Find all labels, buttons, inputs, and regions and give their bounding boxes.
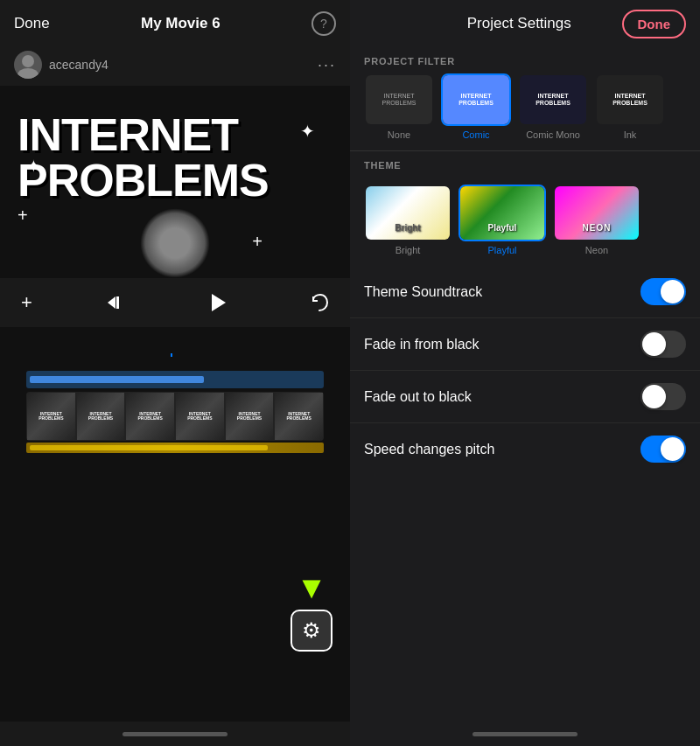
theme-neon-label: Neon (585, 245, 608, 255)
done-button-right[interactable]: Done (622, 10, 687, 38)
video-text: INTERNET PROBLEMS (18, 112, 269, 203)
svg-marker-2 (108, 296, 116, 309)
filter-none[interactable]: INTERNETPROBLEMS None (364, 73, 434, 140)
left-header: Done My Movie 6 ? (0, 0, 350, 47)
theme-playful-label: Playful (487, 245, 516, 255)
settings-gear-button[interactable]: ⚙ (290, 610, 332, 652)
left-panel: Done My Movie 6 ? acecandy4 ··· INTERNET… (0, 0, 350, 746)
filter-ink-label: Ink (624, 129, 637, 140)
setting-speed-pitch: Speed changes pitch (350, 423, 700, 475)
play-button[interactable] (198, 283, 236, 322)
settings-arrow-area: ▼ ⚙ (290, 569, 332, 652)
setting-fade-in-label: Fade in from black (364, 337, 480, 352)
filter-comic-label: Comic (462, 129, 489, 140)
done-button-left[interactable]: Done (14, 15, 50, 32)
filter-ink-bg: INTERNETPROBLEMS (597, 75, 663, 124)
film-frame: INTERNETPROBLEMS (76, 392, 126, 441)
svg-point-1 (18, 68, 38, 79)
left-sub-header: acecandy4 ··· (0, 47, 350, 86)
star-icon-1: ✦ (300, 121, 315, 142)
movie-title: My Movie 6 (141, 15, 220, 32)
filter-mono-label: Comic Mono (526, 129, 580, 140)
help-button[interactable]: ? (312, 11, 336, 36)
undo-button[interactable] (310, 293, 329, 312)
filter-section-label: PROJECT FILTER (350, 47, 700, 73)
filter-comic[interactable]: INTERNETPROBLEMS Comic (441, 73, 511, 140)
star-icon-3: + (18, 206, 28, 226)
timeline-cursor (171, 353, 172, 357)
toggle-knob (642, 385, 666, 408)
timeline-area: INTERNETPROBLEMS INTERNETPROBLEMS INTERN… (0, 327, 350, 722)
setting-fade-in: Fade in from black (350, 318, 700, 371)
avatar (14, 51, 42, 79)
theme-neon-thumb: NEON (553, 185, 640, 241)
home-indicator-left (0, 722, 350, 746)
person-silhouette (140, 208, 210, 278)
setting-theme-soundtrack: Theme Soundtrack (350, 266, 700, 318)
right-header: Project Settings Done (350, 0, 700, 47)
theme-neon[interactable]: NEON Neon (553, 185, 640, 255)
arrow-down-icon: ▼ (296, 569, 327, 606)
home-bar-right (472, 732, 578, 736)
rewind-button[interactable] (106, 293, 125, 312)
audio-track (26, 371, 324, 388)
right-panel-title: Project Settings (416, 15, 622, 32)
theme-playful-bg: Playful (460, 186, 544, 240)
filter-mono-bg: INTERNETPROBLEMS (520, 75, 586, 124)
filter-comic-mono[interactable]: INTERNETPROBLEMS Comic Mono (518, 73, 588, 140)
theme-scroll: Bright Bright Playful Playful NEON Neon (350, 178, 700, 259)
filter-ink[interactable]: INTERNETPROBLEMS Ink (595, 73, 665, 140)
home-indicator-right (350, 722, 700, 746)
star-icon-2: ✦ (26, 156, 41, 177)
filter-mono-thumb: INTERNETPROBLEMS (518, 73, 588, 126)
video-preview: INTERNET PROBLEMS ✦ ✦ + + (0, 86, 350, 278)
toggle-knob (661, 280, 684, 303)
timeline-tracks: INTERNETPROBLEMS INTERNETPROBLEMS INTERN… (0, 345, 350, 722)
music-track (26, 443, 324, 453)
settings-list: Theme Soundtrack Fade in from black Fade… (350, 259, 700, 722)
filter-none-label: None (388, 129, 410, 140)
user-row: acecandy4 (14, 51, 108, 79)
filter-comic-thumb: INTERNETPROBLEMS (441, 73, 511, 126)
film-frame: INTERNETPROBLEMS (175, 392, 225, 441)
setting-theme-soundtrack-label: Theme Soundtrack (364, 284, 482, 300)
svg-marker-4 (212, 294, 226, 311)
transport-bar: + (0, 278, 350, 327)
toggle-knob (642, 332, 666, 356)
theme-bright[interactable]: Bright Bright (364, 185, 452, 255)
svg-rect-3 (116, 296, 119, 309)
filter-none-bg: INTERNETPROBLEMS (366, 75, 432, 124)
theme-soundtrack-toggle[interactable] (640, 278, 686, 305)
filter-scroll: INTERNETPROBLEMS None INTERNETPROBLEMS C… (350, 73, 700, 150)
filter-ink-thumb: INTERNETPROBLEMS (595, 73, 665, 126)
toggle-knob (661, 437, 684, 461)
theme-playful-thumb: Playful (458, 185, 546, 241)
fade-in-toggle[interactable] (640, 331, 686, 358)
star-icon-4: + (252, 232, 262, 252)
more-button[interactable]: ··· (318, 56, 336, 74)
fade-out-toggle[interactable] (640, 383, 686, 410)
svg-point-0 (22, 55, 34, 67)
theme-bright-label: Bright (396, 245, 421, 255)
film-frame: INTERNETPROBLEMS (225, 392, 275, 441)
filter-comic-bg: INTERNETPROBLEMS (443, 75, 509, 124)
theme-playful[interactable]: Playful Playful (458, 185, 546, 255)
theme-bright-thumb: Bright (364, 185, 452, 241)
setting-fade-out-label: Fade out to black (364, 389, 472, 405)
speed-pitch-toggle[interactable] (640, 436, 686, 463)
home-bar (122, 732, 228, 736)
film-frame: INTERNETPROBLEMS (26, 392, 76, 441)
film-strip: INTERNETPROBLEMS INTERNETPROBLEMS INTERN… (26, 392, 324, 441)
right-panel: Project Settings Done PROJECT FILTER INT… (350, 0, 700, 746)
username: acecandy4 (49, 58, 108, 72)
setting-fade-out: Fade out to black (350, 371, 700, 423)
film-frame: INTERNETPROBLEMS (125, 392, 175, 441)
film-frame: INTERNETPROBLEMS (274, 392, 324, 441)
add-clip-button[interactable]: + (21, 291, 32, 314)
theme-neon-bg: NEON (555, 186, 639, 240)
theme-section-label: THEME (350, 151, 700, 178)
filter-none-thumb: INTERNETPROBLEMS (364, 73, 434, 126)
setting-speed-pitch-label: Speed changes pitch (364, 442, 494, 457)
theme-bright-bg: Bright (366, 186, 450, 240)
